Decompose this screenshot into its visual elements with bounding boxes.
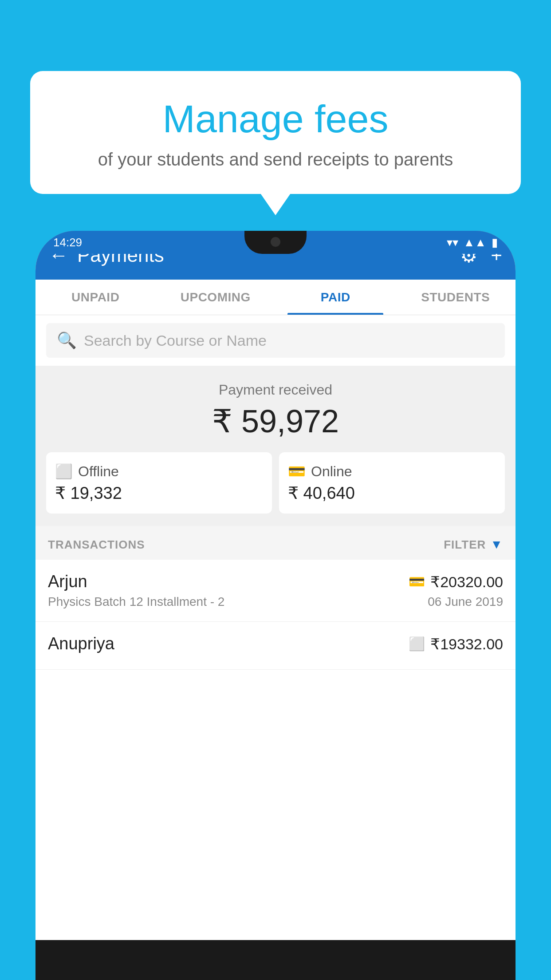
online-card-top: 💳 Online	[288, 463, 496, 480]
speech-bubble: Manage fees of your students and send re…	[30, 71, 521, 194]
bubble-subtitle: of your students and send receipts to pa…	[52, 150, 499, 170]
online-payment-icon: 💳	[409, 574, 425, 589]
search-input[interactable]: Search by Course or Name	[84, 332, 267, 349]
camera	[271, 237, 280, 247]
filter-icon: ▼	[490, 537, 503, 552]
offline-payment-icon: ⬜	[409, 636, 425, 652]
transaction-row-top: Anupriya ⬜ ₹19332.00	[48, 634, 503, 653]
payment-summary: Payment received ₹ 59,972 ⬜ Offline ₹ 19…	[35, 366, 516, 526]
transactions-header: TRANSACTIONS FILTER ▼	[35, 526, 516, 560]
online-amount: ₹ 40,640	[288, 483, 496, 503]
payment-cards: ⬜ Offline ₹ 19,332 💳 Online ₹ 40,640	[46, 452, 505, 514]
transaction-name: Anupriya	[48, 634, 114, 653]
offline-card-top: ⬜ Offline	[55, 463, 263, 480]
search-container: 🔍 Search by Course or Name	[35, 315, 516, 366]
tab-paid[interactable]: PAID	[276, 280, 396, 315]
app-screen: ← Payments ⚙ + UNPAID UPCOMING PAID STUD…	[35, 231, 516, 940]
bubble-title: Manage fees	[52, 98, 499, 141]
battery-icon: ▮	[492, 236, 498, 249]
search-bar[interactable]: 🔍 Search by Course or Name	[46, 323, 505, 358]
payment-received-label: Payment received	[46, 382, 505, 398]
transaction-date: 06 June 2019	[428, 595, 503, 609]
transaction-name: Arjun	[48, 572, 87, 591]
table-row[interactable]: Anupriya ⬜ ₹19332.00	[35, 622, 516, 670]
transaction-amount-wrap: 💳 ₹20320.00	[409, 573, 503, 591]
online-icon: 💳	[288, 463, 306, 480]
transactions-label: TRANSACTIONS	[48, 538, 145, 552]
tab-upcoming[interactable]: UPCOMING	[156, 280, 276, 315]
online-card: 💳 Online ₹ 40,640	[279, 452, 505, 514]
payment-total-amount: ₹ 59,972	[46, 403, 505, 440]
wifi-icon: ▾▾	[447, 236, 458, 249]
transaction-amount: ₹20320.00	[430, 573, 503, 591]
phone-frame: 14:29 ▾▾ ▲▲ ▮ ← Payments ⚙ + UNPAID UPCO…	[35, 231, 516, 980]
offline-card: ⬜ Offline ₹ 19,332	[46, 452, 272, 514]
transaction-amount-wrap: ⬜ ₹19332.00	[409, 635, 503, 653]
tab-students[interactable]: STUDENTS	[396, 280, 516, 315]
tabs: UNPAID UPCOMING PAID STUDENTS	[35, 280, 516, 315]
table-row[interactable]: Arjun 💳 ₹20320.00 Physics Batch 12 Insta…	[35, 560, 516, 622]
filter-button[interactable]: FILTER ▼	[444, 537, 503, 552]
status-icons: ▾▾ ▲▲ ▮	[447, 236, 498, 249]
signal-icon: ▲▲	[464, 236, 486, 249]
filter-label: FILTER	[444, 538, 486, 552]
transaction-row-top: Arjun 💳 ₹20320.00	[48, 572, 503, 591]
phone-notch	[244, 231, 307, 254]
tab-unpaid[interactable]: UNPAID	[35, 280, 156, 315]
transaction-row-bottom: Physics Batch 12 Installment - 2 06 June…	[48, 595, 503, 609]
offline-label: Offline	[78, 463, 119, 480]
transaction-amount: ₹19332.00	[430, 635, 503, 653]
offline-icon: ⬜	[55, 463, 73, 480]
online-label: Online	[311, 463, 352, 480]
offline-amount: ₹ 19,332	[55, 483, 263, 503]
transactions-list: Arjun 💳 ₹20320.00 Physics Batch 12 Insta…	[35, 560, 516, 940]
search-icon: 🔍	[57, 331, 77, 350]
status-time: 14:29	[53, 236, 82, 249]
transaction-course: Physics Batch 12 Installment - 2	[48, 595, 224, 609]
